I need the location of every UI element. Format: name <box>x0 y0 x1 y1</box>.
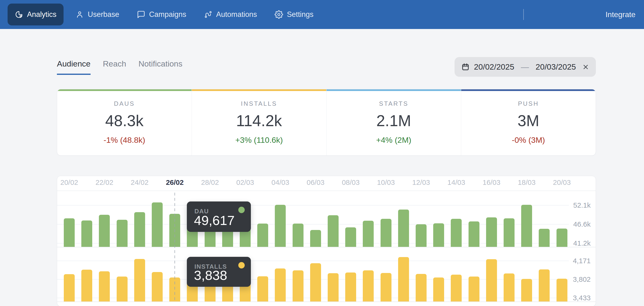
integrate-link[interactable]: Integrate <box>606 10 636 19</box>
tab-audience[interactable]: Audience <box>57 59 90 75</box>
userbase-icon <box>76 10 84 19</box>
stat-card-accent-strip <box>326 89 461 91</box>
x-axis-label: 04/03 <box>263 179 298 187</box>
dau-bar-12-03[interactable] <box>416 224 426 247</box>
date-range-separator: — <box>518 62 531 72</box>
x-axis-label: 20/02 <box>57 179 87 187</box>
installs-bar-06-03[interactable] <box>310 263 321 301</box>
dau-bar-15-03[interactable] <box>468 221 480 247</box>
dau-bar-06-03[interactable] <box>310 230 321 247</box>
installs-bar-13-03[interactable] <box>433 277 444 301</box>
installs-bar-07-03[interactable] <box>328 273 338 301</box>
dau-bar-20-03[interactable] <box>556 229 568 247</box>
x-axis-label: 28/02 <box>192 179 228 187</box>
campaigns-icon <box>137 10 145 19</box>
dau-bar-25-02[interactable] <box>152 202 163 247</box>
dau-bar-20-02[interactable] <box>64 218 75 247</box>
installs-bar-10-03[interactable] <box>380 273 392 301</box>
nav-item-settings[interactable]: Settings <box>269 4 319 26</box>
x-axis-label: 22/02 <box>87 179 122 187</box>
dau-bar-10-03[interactable] <box>380 219 392 247</box>
x-axis-label: 02/03 <box>228 179 263 187</box>
installs-bar-23-02[interactable] <box>117 276 128 301</box>
installs-bar-11-03[interactable] <box>398 257 409 301</box>
nav-item-label: Analytics <box>27 10 56 19</box>
page-content: AudienceReachNotifications 20/02/2025 — … <box>57 57 596 306</box>
installs-bar-15-03[interactable] <box>468 276 480 301</box>
installs-bar-21-02[interactable] <box>81 270 92 301</box>
dau-bar-23-02[interactable] <box>117 220 128 247</box>
dau-bar-03-03[interactable] <box>257 224 268 247</box>
stat-card-accent-strip <box>57 89 192 91</box>
dau-bar-16-03[interactable] <box>486 217 497 247</box>
nav-item-label: Settings <box>287 10 314 19</box>
installs-bar-17-03[interactable] <box>504 273 514 301</box>
dau-bar-11-03[interactable] <box>398 210 409 247</box>
stat-card-value: 2.1M <box>376 112 411 130</box>
dau-bar-09-03[interactable] <box>363 221 374 247</box>
nav-item-analytics[interactable]: Analytics <box>8 4 64 26</box>
installs-bar-16-03[interactable] <box>486 259 497 301</box>
top-nav: AnalyticsUserbaseCampaignsAutomationsSet… <box>0 0 644 29</box>
tooltip-series-dot <box>238 207 245 213</box>
dau-bar-19-03[interactable] <box>539 229 550 247</box>
installs-bar-14-03[interactable] <box>451 275 462 301</box>
nav-item-userbase[interactable]: Userbase <box>70 4 125 26</box>
close-icon[interactable] <box>582 63 589 71</box>
stat-card-push: PUSH3M-0% (3M) <box>461 89 596 155</box>
nav-item-campaigns[interactable]: Campaigns <box>131 4 192 26</box>
installs-bar-18-03[interactable] <box>521 279 532 301</box>
settings-icon <box>274 10 283 19</box>
dau-bar-21-02[interactable] <box>81 220 92 247</box>
toolbar: AudienceReachNotifications 20/02/2025 — … <box>57 57 596 77</box>
x-axis-label: 06/03 <box>298 179 333 187</box>
dau-bar-04-03[interactable] <box>275 205 286 247</box>
dau-bar-05-03[interactable] <box>292 224 304 247</box>
x-axis-label: 16/03 <box>474 179 509 187</box>
x-axis-label: 14/03 <box>439 179 474 187</box>
installs-bar-20-02[interactable] <box>64 274 75 301</box>
stat-card-daus: DAUS48.3k-1% (48.8k) <box>57 89 192 155</box>
x-axis-label: 24/02 <box>122 179 157 187</box>
stat-card-delta: -1% (48.8k) <box>104 135 145 145</box>
installs-bar-08-03[interactable] <box>345 272 356 301</box>
dau-bar-08-03[interactable] <box>345 227 356 247</box>
installs-bar-05-03[interactable] <box>292 270 304 301</box>
dau-bar-24-02[interactable] <box>134 212 145 247</box>
stat-card-starts: STARTS2.1M+4% (2M) <box>326 89 461 155</box>
tab-reach[interactable]: Reach <box>103 59 126 75</box>
tooltip-series-dot <box>238 262 245 268</box>
nav-item-label: Automations <box>216 10 257 19</box>
automations-icon <box>204 10 212 19</box>
chart-row-dau: 52.1k46.6k41.2k <box>57 191 596 247</box>
installs-bar-25-02[interactable] <box>152 272 163 301</box>
installs-bar-22-02[interactable] <box>99 271 110 301</box>
dau-bar-18-03[interactable] <box>521 205 532 247</box>
dau-bar-07-03[interactable] <box>328 215 338 247</box>
date-range-picker[interactable]: 20/02/2025 — 20/03/2025 <box>454 57 596 77</box>
installs-bar-12-03[interactable] <box>416 274 426 301</box>
installs-bar-24-02[interactable] <box>134 259 145 301</box>
analytics-icon <box>15 10 23 19</box>
stat-card-installs: INSTALLS114.2k+3% (110.6k) <box>192 89 326 155</box>
installs-bar-09-03[interactable] <box>363 270 374 301</box>
stat-card-delta: +4% (2M) <box>376 135 411 145</box>
x-axis-label: 20/03 <box>544 179 580 187</box>
dau-bar-17-03[interactable] <box>504 218 514 247</box>
installs-bar-03-03[interactable] <box>257 276 268 301</box>
tab-notifications[interactable]: Notifications <box>138 59 182 75</box>
dau-bar-22-02[interactable] <box>99 215 110 247</box>
nav-item-automations[interactable]: Automations <box>198 4 263 26</box>
dau-bar-14-03[interactable] <box>451 219 462 247</box>
installs-bar-04-03[interactable] <box>275 268 286 301</box>
y-axis-tick: 41.2k <box>573 239 591 247</box>
dau-bar-13-03[interactable] <box>433 223 444 247</box>
y-axis-tick: 4,171 <box>573 257 591 265</box>
stat-cards: DAUS48.3k-1% (48.8k)INSTALLS114.2k+3% (1… <box>57 89 596 156</box>
installs-bar-20-03[interactable] <box>556 279 568 301</box>
y-axis-tick: 52.1k <box>573 201 591 209</box>
installs-bar-19-03[interactable] <box>539 269 550 301</box>
stat-card-label: INSTALLS <box>241 100 277 107</box>
stat-card-accent-strip <box>192 89 326 91</box>
stat-card-accent-strip <box>461 89 596 91</box>
